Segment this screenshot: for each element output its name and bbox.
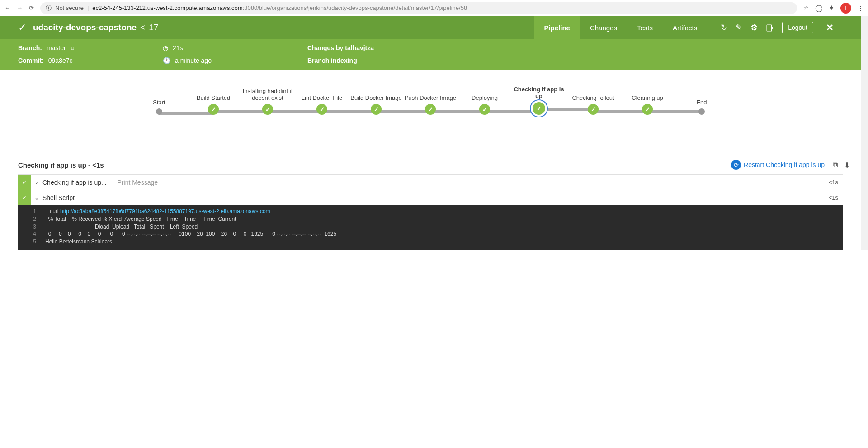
branch-label: Branch: <box>18 44 42 51</box>
nav-reload-icon[interactable]: ⟳ <box>29 5 34 11</box>
security-label: Not secure <box>55 5 84 11</box>
commit-label: Commit: <box>18 57 44 64</box>
step-name: Shell Script <box>42 194 75 201</box>
circle-icon[interactable]: ◯ <box>815 4 823 12</box>
restart-stage-link[interactable]: ⟳ Restart Checking if app is up <box>731 160 825 170</box>
tab-tests[interactable]: Tests <box>627 16 663 39</box>
tab-changes[interactable]: Changes <box>580 16 627 39</box>
nav-back-icon[interactable]: ← <box>5 5 10 11</box>
status-check-icon: ✓ <box>18 22 26 33</box>
step-row[interactable]: ✓›Checking if app is up... — Print Messa… <box>18 174 843 190</box>
stage-status-icon <box>262 104 273 115</box>
address-bar[interactable]: ⓘ Not secure | ec2-54-245-133-212.us-wes… <box>40 2 797 14</box>
tab-pipeline[interactable]: Pipeline <box>534 16 580 39</box>
branch-external-icon[interactable]: ⧉ <box>71 45 74 51</box>
download-icon[interactable]: ⬇ <box>844 161 850 169</box>
star-icon[interactable]: ☆ <box>803 5 809 11</box>
stage-status-icon <box>642 104 653 115</box>
tab-bar: Pipeline Changes Tests Artifacts <box>534 16 707 39</box>
stage-status-icon <box>698 108 705 115</box>
profile-avatar[interactable]: T <box>840 3 851 14</box>
stage-label: Checking rollout <box>572 85 614 101</box>
menu-icon[interactable]: ⋮ <box>858 5 863 11</box>
stage-status-icon <box>316 104 327 115</box>
pipeline-graph: StartBuild StartedInstalling hadolint if… <box>0 70 861 160</box>
stage-status-icon <box>156 108 162 115</box>
stage-status-icon <box>371 104 382 115</box>
commit-value: 09a8e7c <box>48 57 73 64</box>
stage-status-icon <box>588 104 599 115</box>
scrollbar[interactable] <box>861 16 868 250</box>
stage-status-selected-icon <box>533 102 545 115</box>
chevron-right-icon: › <box>31 179 42 186</box>
settings-icon[interactable]: ⚙ <box>750 23 758 33</box>
changes-by: Changes by talhavjtza <box>307 44 374 51</box>
run-number: 17 <box>149 23 158 33</box>
log-section-title: Checking if app is up - <1s <box>18 161 104 169</box>
stage-label: Build Started <box>197 85 230 101</box>
stage-status-icon <box>425 104 436 115</box>
stage-label: Cleaning up <box>632 85 663 101</box>
url-text: ec2-54-245-133-212.us-west-2.compute.ama… <box>92 5 467 11</box>
tab-artifacts[interactable]: Artifacts <box>663 16 707 39</box>
step-row[interactable]: ✓⌄Shell Script<1s <box>18 190 843 205</box>
stage-label: Push Docker Image <box>405 85 456 101</box>
edit-icon[interactable]: ✎ <box>736 23 742 33</box>
open-external-icon[interactable]: ⧉ <box>833 161 838 169</box>
stage-label: Deploying <box>472 85 498 101</box>
browser-toolbar: ← → ⟳ ⓘ Not secure | ec2-54-245-133-212.… <box>0 0 868 16</box>
step-description: — Print Message <box>109 179 158 186</box>
exit-icon[interactable] <box>766 23 774 33</box>
restart-icon: ⟳ <box>731 160 741 170</box>
stage-label: Installing hadolint if doesnt exist <box>241 85 295 101</box>
clock-icon: 🕐 <box>163 57 170 64</box>
step-duration: <1s <box>829 194 843 201</box>
stage-node[interactable]: Start <box>132 89 186 115</box>
stage-label: End <box>696 89 707 106</box>
stage-label: Build Docker Image <box>350 85 401 101</box>
rerun-icon[interactable]: ↻ <box>721 23 727 33</box>
relative-time: a minute ago <box>175 57 212 64</box>
stage-label: Lint Docker File <box>302 85 342 101</box>
step-status-icon: ✓ <box>18 175 31 190</box>
step-duration: <1s <box>829 179 843 186</box>
extensions-icon[interactable]: ✦ <box>829 5 834 11</box>
stage-node[interactable]: Build Started <box>186 85 241 115</box>
console-output: 1+ curl http://acffaba8e3ff5417fb6d7791b… <box>18 205 843 250</box>
timer-icon: ◔ <box>163 44 168 51</box>
branch-value: master <box>47 44 66 51</box>
chevron-down-icon: ⌄ <box>31 194 42 201</box>
logout-button[interactable]: Logout <box>782 22 813 33</box>
project-link[interactable]: udacity-devops-capstone <box>33 23 137 33</box>
run-separator: < <box>140 23 145 33</box>
stage-label: Start <box>153 89 165 106</box>
stage-label: Checking if app is up <box>512 83 566 99</box>
step-name: Checking if app is up... <box>42 179 107 186</box>
log-section-header: Checking if app is up - <1s ⟳ Restart Ch… <box>0 160 868 174</box>
close-icon[interactable]: ✕ <box>826 22 834 33</box>
run-header: ✓ udacity-devops-capstone < 17 Pipeline … <box>0 16 861 70</box>
duration-value: 21s <box>173 44 183 51</box>
stage-status-icon <box>479 104 490 115</box>
info-icon: ⓘ <box>46 4 52 12</box>
build-cause: Branch indexing <box>307 57 357 64</box>
step-status-icon: ✓ <box>18 190 31 205</box>
nav-forward-icon[interactable]: → <box>17 5 23 11</box>
stage-status-icon <box>208 104 219 115</box>
